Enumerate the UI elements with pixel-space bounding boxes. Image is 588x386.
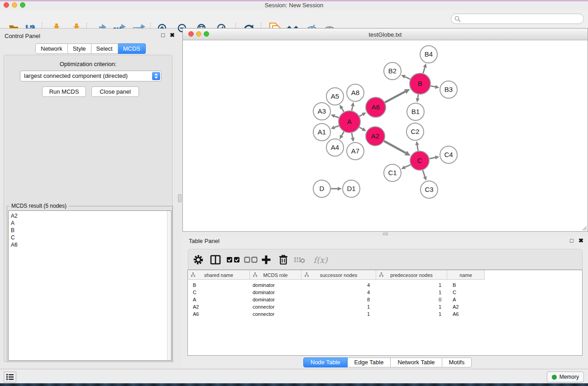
main-toolbar <box>0 10 588 29</box>
close-panel-button[interactable]: Close panel <box>91 86 139 97</box>
column-header-successor-nodes[interactable]: successor nodes <box>301 270 376 280</box>
mcds-result-list[interactable]: A2ABCA6 <box>8 210 172 361</box>
graph-node-label: A2 <box>371 132 379 140</box>
graph-edge-arrowhead <box>415 141 419 146</box>
memory-button[interactable]: Memory <box>547 372 584 382</box>
table-row[interactable]: A2connector11A2 <box>188 303 582 310</box>
graph-edge-A-A1[interactable] <box>335 126 339 128</box>
resize-grip-icon[interactable] <box>581 224 587 231</box>
graph-node-label: C1 <box>388 169 397 176</box>
table-cell: B <box>453 281 456 289</box>
graph-node-label: A4 <box>331 143 339 151</box>
graph-edge-A2-C[interactable] <box>384 141 406 153</box>
scrollbar-track[interactable] <box>167 211 171 360</box>
tab-motifs[interactable]: Motifs <box>442 357 472 367</box>
graph-edge-A-A2[interactable] <box>359 127 363 129</box>
table-cell: 1 <box>301 303 370 310</box>
tab-style[interactable]: Style <box>68 43 91 54</box>
network-canvas[interactable]: B4B2BB3B1A5A8A6A3AA1A2C2A4A7C4CC1C3DD1 <box>183 40 588 231</box>
table-row[interactable]: Cdominator41C <box>188 289 582 296</box>
graph-edge-B-B1[interactable] <box>418 95 418 99</box>
close-panel-icon[interactable]: ✖ <box>170 32 175 38</box>
tab-node-table[interactable]: Node Table <box>303 357 348 367</box>
horizontal-splitter-handle[interactable] <box>383 233 388 235</box>
table-panel-tabs: Node TableEdge TableNetwork TableMotifs <box>303 357 472 367</box>
graph-edge-C-C3[interactable] <box>423 170 425 177</box>
mcds-result-item[interactable]: A <box>9 219 171 227</box>
close-panel-icon[interactable]: ✖ <box>578 238 583 244</box>
graph-node-label: A1 <box>318 128 326 136</box>
graph-edge-B-B3[interactable] <box>431 86 435 87</box>
search-icon <box>454 16 461 22</box>
graph-node-label: D <box>320 185 325 192</box>
table-cell: A6 <box>453 310 459 318</box>
node-table[interactable]: shared nameMCDS rolesuccessor nodesprede… <box>187 270 583 356</box>
delete-column-trash-icon[interactable] <box>277 253 290 266</box>
column-header-mcds-role[interactable]: MCDS role <box>250 270 301 280</box>
unselect-all-columns-icon[interactable] <box>243 253 258 266</box>
mcds-result-group: MCDS result (5 nodes) A2ABCA6 <box>7 206 173 362</box>
network-window-titlebar[interactable]: testGlobe.txt <box>183 29 588 40</box>
graph-edge-C-C4[interactable] <box>430 157 435 159</box>
graph-edge-A6-B[interactable] <box>385 91 405 102</box>
mcds-result-item[interactable]: B <box>9 227 171 234</box>
run-mcds-button[interactable]: Run MCDS <box>42 86 86 97</box>
network-window-title: testGlobe.txt <box>183 31 588 38</box>
table-cell: A <box>453 296 456 303</box>
criterion-dropdown-value: largest connected component (directed) <box>24 72 128 79</box>
mcds-result-item[interactable]: C <box>9 234 171 241</box>
table-cell: 1 <box>376 303 441 310</box>
float-panel-icon[interactable]: □ <box>161 32 165 38</box>
window-title: Session: New Session <box>0 2 588 9</box>
tab-mcds[interactable]: MCDS <box>118 43 146 54</box>
mcds-result-item[interactable]: A6 <box>9 241 171 248</box>
table-cell: dominator <box>253 281 275 289</box>
graph-node-label: A6 <box>372 103 380 111</box>
graph-edge-B-B4[interactable] <box>423 67 425 73</box>
criterion-dropdown[interactable]: largest connected component (directed) <box>20 71 162 81</box>
tab-network[interactable]: Network <box>35 43 68 54</box>
tab-network-table[interactable]: Network Table <box>391 357 442 367</box>
graph-edge-C-C2[interactable] <box>417 145 418 151</box>
select-all-columns-icon[interactable] <box>225 253 241 266</box>
task-history-button[interactable] <box>4 372 16 382</box>
graph-edge-A-A4[interactable] <box>342 132 344 136</box>
table-cell: 1 <box>376 281 441 289</box>
mcds-result-item[interactable]: A2 <box>9 212 171 219</box>
graph-edge-C-C1[interactable] <box>405 165 411 167</box>
column-header-name[interactable]: name <box>447 270 485 280</box>
table-settings-gear-icon[interactable] <box>192 253 205 266</box>
control-panel: Control Panel □ ✖ NetworkStyleSelectMCDS… <box>0 29 177 369</box>
table-panel: Table Panel □ ✖ <box>182 236 588 369</box>
graph-node-label: A8 <box>351 89 359 96</box>
column-header-label: successor nodes <box>320 272 358 278</box>
function-builder-icon[interactable]: f(x) <box>311 253 330 266</box>
graph-edge-A-A8[interactable] <box>352 106 353 110</box>
graph-edge-A-A5[interactable] <box>342 108 344 112</box>
graph-edge-A-A6[interactable] <box>359 114 363 116</box>
network-graph: B4B2BB3B1A5A8A6A3AA1A2C2A4A7C4CC1C3DD1 <box>183 40 588 231</box>
graph-edge-A-A7[interactable] <box>352 133 353 138</box>
table-row[interactable]: Bdominator41B <box>188 281 582 289</box>
graph-edge-B-B2[interactable] <box>405 77 410 79</box>
column-header-predecessor-nodes[interactable]: predecessor nodes <box>376 270 447 280</box>
search-input[interactable] <box>463 15 583 23</box>
optimization-criterion-label: Optimization criterion: <box>4 61 172 67</box>
table-row[interactable]: A6connector11A6 <box>188 310 582 318</box>
delete-table-icon[interactable] <box>293 253 306 266</box>
vertical-splitter-handle[interactable] <box>178 194 182 202</box>
tab-select[interactable]: Select <box>91 43 118 54</box>
show-columns-icon[interactable] <box>209 253 222 266</box>
graph-node-label: D1 <box>347 185 355 192</box>
column-header-shared-name[interactable]: shared name <box>188 270 250 280</box>
column-header-label: predecessor nodes <box>390 272 433 278</box>
create-column-plus-icon[interactable] <box>260 253 272 266</box>
column-header-label: MCDS role <box>263 272 288 278</box>
tab-edge-table[interactable]: Edge Table <box>348 357 391 367</box>
control-panel-tabs: NetworkStyleSelectMCDS <box>35 43 146 54</box>
fx-label: f(x) <box>314 255 328 265</box>
float-panel-icon[interactable]: □ <box>570 238 574 244</box>
table-row[interactable]: Adominator80A <box>188 296 582 303</box>
graph-edge-A-A3[interactable] <box>335 116 339 118</box>
table-cell: A <box>193 296 196 303</box>
